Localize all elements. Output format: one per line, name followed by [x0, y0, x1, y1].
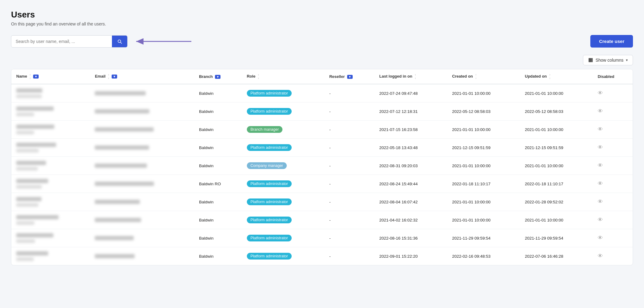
col-disabled: Disabled [593, 69, 633, 84]
reseller-cell: - [324, 157, 374, 175]
branch-cell: Baldwin [194, 102, 242, 121]
eye-icon[interactable]: 👁 [598, 217, 603, 223]
updated-cell: 2021-11-29 09:59:54 [520, 229, 593, 247]
updated-cell: 2022-07-06 16:46:28 [520, 247, 593, 265]
arrow-icon [133, 36, 194, 47]
create-user-button[interactable]: Create user [590, 35, 633, 48]
branch-cell: Baldwin RO [194, 175, 242, 193]
col-created: Created on ↑↓ [447, 69, 520, 84]
show-columns-label: Show columns [596, 58, 623, 63]
updated-cell: 2021-01-01 10:00:00 [520, 211, 593, 229]
page-title: Users [11, 10, 633, 20]
name-cell [11, 229, 90, 247]
created-cell: 2021-12-15 09:51:59 [447, 139, 520, 157]
search-input[interactable] [11, 36, 112, 47]
email-cell [90, 157, 194, 175]
eye-icon[interactable]: 👁 [598, 126, 603, 132]
show-columns-button[interactable]: Show columns ▾ [583, 55, 633, 65]
role-cell: Platform administrator [242, 229, 324, 247]
arrow-indicator [133, 36, 194, 47]
disabled-cell: 👁 [593, 84, 633, 102]
disabled-cell: 👁 [593, 157, 633, 175]
branch-cell: Baldwin [194, 247, 242, 265]
table-row: BaldwinPlatform administrator-2022-05-18… [11, 139, 633, 157]
branch-cell: Baldwin [194, 139, 242, 157]
table-row: Baldwin ROPlatform administrator-2022-08… [11, 175, 633, 193]
eye-icon[interactable]: 👁 [598, 199, 603, 205]
svg-rect-4 [592, 58, 592, 62]
col-role: Role ↑↓ [242, 69, 324, 84]
created-cell: 2021-01-01 10:00:00 [447, 121, 520, 139]
last-logged-cell: 2022-09-01 15:22:20 [374, 247, 447, 265]
search-button[interactable] [112, 36, 127, 47]
created-cell: 2021-01-01 10:00:00 [447, 211, 520, 229]
sort-email-icon[interactable]: ↑↓ [108, 74, 109, 79]
branch-cell: Baldwin [194, 211, 242, 229]
reseller-cell: - [324, 175, 374, 193]
role-badge: Platform administrator [247, 180, 292, 187]
role-badge: Platform administrator [247, 217, 292, 223]
filter-email-icon[interactable]: ▼ [112, 75, 117, 79]
eye-icon[interactable]: 👁 [598, 144, 603, 150]
col-last-logged: Last logged in on ↑↓ [374, 69, 447, 84]
created-cell: 2021-11-29 09:59:54 [447, 229, 520, 247]
branch-cell: Baldwin [194, 121, 242, 139]
updated-cell: 2021-01-01 10:00:00 [520, 121, 593, 139]
sort-name-icon[interactable]: ↑↓ [29, 74, 31, 79]
updated-cell: 2022-01-28 09:52:02 [520, 193, 593, 211]
role-cell: Platform administrator [242, 193, 324, 211]
role-badge: Platform administrator [247, 108, 292, 115]
chevron-down-icon: ▾ [626, 58, 628, 62]
reseller-cell: - [324, 139, 374, 157]
disabled-cell: 👁 [593, 247, 633, 265]
users-table: Name ↑↓ ▼ Email ↑↓ ▼ Branch [11, 69, 633, 265]
email-cell [90, 229, 194, 247]
created-cell: 2021-01-01 10:00:00 [447, 193, 520, 211]
table-body: BaldwinPlatform administrator-2022-07-24… [11, 84, 633, 265]
table-row: BaldwinPlatform administrator-2021-04-02… [11, 211, 633, 229]
eye-icon[interactable]: 👁 [598, 253, 603, 259]
name-cell [11, 247, 90, 265]
role-cell: Company manager [242, 157, 324, 175]
name-cell [11, 102, 90, 121]
email-cell [90, 121, 194, 139]
disabled-cell: 👁 [593, 211, 633, 229]
role-badge: Platform administrator [247, 90, 292, 97]
col-email: Email ↑↓ ▼ [90, 69, 194, 84]
eye-icon[interactable]: 👁 [598, 90, 603, 96]
filter-reseller-icon[interactable]: ▼ [347, 75, 353, 79]
email-cell [90, 211, 194, 229]
sort-updated-icon[interactable]: ↑↓ [549, 74, 551, 79]
reseller-cell: - [324, 102, 374, 121]
filter-branch-icon[interactable]: ▼ [215, 75, 220, 79]
sort-role-icon[interactable]: ↑↓ [258, 74, 259, 79]
sort-created-icon[interactable]: ↑↓ [475, 74, 477, 79]
col-updated: Updated on ↑↓ [520, 69, 593, 84]
reseller-cell: - [324, 211, 374, 229]
filter-name-icon[interactable]: ▼ [33, 75, 39, 79]
last-logged-cell: 2022-05-18 13:43:48 [374, 139, 447, 157]
toolbar: Create user [11, 35, 633, 48]
eye-icon[interactable]: 👁 [598, 181, 603, 187]
disabled-cell: 👁 [593, 193, 633, 211]
name-cell [11, 121, 90, 139]
sort-lastlogged-icon[interactable]: ↑↓ [415, 74, 416, 79]
created-cell: 2021-01-01 10:00:00 [447, 157, 520, 175]
role-badge: Platform administrator [247, 253, 292, 260]
role-badge: Platform administrator [247, 144, 292, 151]
table-row: BaldwinCompany manager-2022-08-31 09:20:… [11, 157, 633, 175]
updated-cell: 2021-01-01 10:00:00 [520, 84, 593, 102]
last-logged-cell: 2022-08-04 16:07:42 [374, 193, 447, 211]
reseller-cell: - [324, 193, 374, 211]
eye-icon[interactable]: 👁 [598, 235, 603, 241]
svg-rect-2 [589, 58, 590, 62]
disabled-cell: 👁 [593, 229, 633, 247]
reseller-cell: - [324, 121, 374, 139]
eye-icon[interactable]: 👁 [598, 108, 603, 114]
name-cell [11, 175, 90, 193]
table-row: BaldwinPlatform administrator-2022-07-24… [11, 84, 633, 102]
email-cell [90, 139, 194, 157]
search-wrapper [11, 35, 128, 48]
eye-icon[interactable]: 👁 [598, 163, 603, 168]
name-cell [11, 84, 90, 102]
